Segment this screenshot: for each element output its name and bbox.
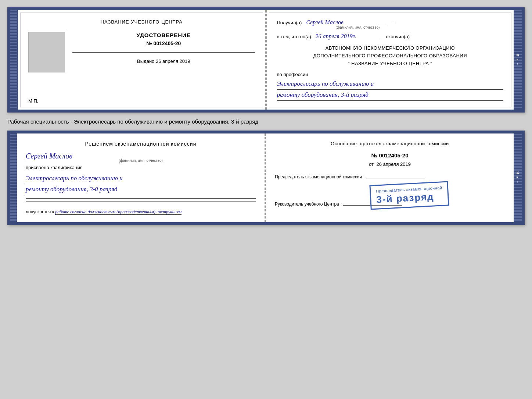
basis-number: № 0012405-20 [275,152,505,158]
org-line2: ДОПОЛНИТЕЛЬНОГО ПРОФЕССИОНАЛЬНОГО ОБРАЗО… [313,53,467,58]
bottom-right-edge-text: И а ← [516,171,520,184]
top-certificate: НАЗВАНИЕ УЧЕБНОГО ЦЕНТРА УДОСТОВЕРЕНИЕ №… [7,7,525,113]
qual-handwritten1: Электрослесарь по обслуживанию и [26,173,256,184]
bottom-fio-handwritten: Сергей Маслов [26,152,72,160]
document-container: НАЗВАНИЕ УЧЕБНОГО ЦЕНТРА УДОСТОВЕРЕНИЕ №… [7,7,525,225]
basis-date-value: 26 апреля 2019 [377,161,411,167]
bottom-right-spine: И а ← [514,133,522,222]
org-lines: АВТОНОМНУЮ НЕКОММЕРЧЕСКУЮ ОРГАНИЗАЦИЮ ДО… [277,44,504,67]
date-prefix: от [369,161,374,167]
photo-placeholder [28,32,65,72]
in-that-label: в том, что он(а) [277,34,311,39]
basis-label: Основание: протокол экзаменационной коми… [275,141,505,146]
top-cert-heading: НАЗВАНИЕ УЧЕБНОГО ЦЕНТРА [101,19,183,25]
qual-handwritten2: ремонту оборудования, 3-й разряд [26,184,256,195]
profession-handwritten2: ремонту оборудования, 3-й разряд [277,90,504,101]
assigned-label: присвоена квалификация [26,165,256,170]
photo-row: УДОСТОВЕРЕНИЕ № 0012405-20 Выдано 26 апр… [28,32,255,72]
bottom-left-spine [10,133,17,222]
left-spine [10,10,17,110]
mp-label: М.П. [28,98,38,104]
date-handwritten: 26 апреля 2019г. [316,33,382,40]
cert-details: УДОСТОВЕРЕНИЕ № 0012405-20 Выдано 26 апр… [72,32,255,64]
received-row: Получил(а) Сергей Маслов – (фамилия, имя… [277,19,504,29]
decision-label: Решением экзенаменационной комиссии [26,141,256,147]
number-label: № [371,152,378,158]
bottom-fio-row: Сергей Маслов (фамилия, имя, отчество) [26,152,256,163]
number-value: 0012405-20 [379,152,408,158]
received-label: Получил(а) [277,20,302,25]
between-label: Рабочая специальность - Электрослесарь п… [7,117,525,126]
profession-handwritten1: Электрослесарь по обслуживанию и [277,79,504,90]
chairman-text: Председатель экзаменационной комиссии [275,174,362,179]
stamp-text: 3-й разряд [376,191,434,205]
bottom-certificate: Решением экзенаменационной комиссии Серг… [7,131,525,225]
chairman-sig-line [366,178,425,178]
cert-title: УДОСТОВЕРЕНИЕ [72,32,255,38]
org-name: " НАЗВАНИЕ УЧЕБНОГО ЦЕНТРА " [348,61,432,66]
admitted-row: допускается к работе согласно должностны… [26,209,256,215]
top-cert-left-page: НАЗВАНИЕ УЧЕБНОГО ЦЕНТРА УДОСТОВЕРЕНИЕ №… [17,10,266,110]
admitted-handwritten: работе согласно должностным (производств… [55,209,181,215]
in-that-row: в том, что он(а) 26 апреля 2019г. окончи… [277,33,504,40]
issued-label: Выдано [137,58,154,64]
stamp-overlay: Председатель экзаменационной 3-й разряд [369,181,449,210]
issued-date: 26 апреля 2019 [156,58,190,64]
bottom-cert-right-page: Основание: протокол экзаменационной коми… [265,133,514,222]
basis-date: от 26 апреля 2019 [275,161,505,167]
director-text: Руководитель учебного Центра [275,202,339,207]
org-line1: АВТОНОМНУЮ НЕКОММЕРЧЕСКУЮ ОРГАНИЗАЦИЮ [326,45,455,51]
admitted-label: допускается к [26,209,54,214]
finished-label: окончил(а) [386,34,410,39]
dash: – [392,20,395,25]
right-spine: И а ← [514,10,522,110]
bottom-cert-left-page: Решением экзенаменационной комиссии Серг… [17,133,265,222]
cert-number: № 0012405-20 [72,40,255,46]
cert-issued: Выдано 26 апреля 2019 [72,58,255,64]
profession-label: по профессии [277,72,504,77]
right-edge-text: И а ← [516,54,520,67]
profession-section: по профессии Электрослесарь по обслужива… [277,72,504,101]
top-cert-right-page: Получил(а) Сергей Маслов – (фамилия, имя… [266,10,514,110]
chairman-label: Председатель экзаменационной комиссии [275,174,505,179]
